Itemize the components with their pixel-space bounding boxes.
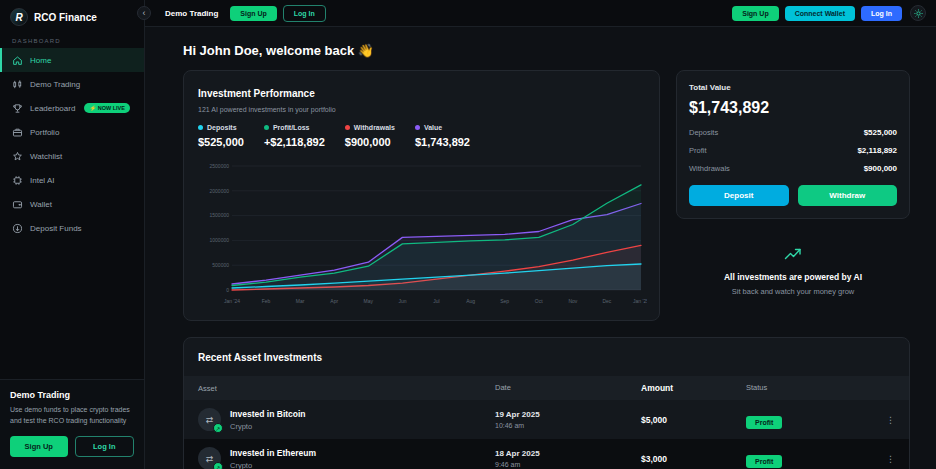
promo-title: Demo Trading (10, 390, 134, 400)
promo-signup-button[interactable]: Sign Up (10, 436, 68, 457)
total-value-row-withdrawals: Withdrawals$900,000 (689, 164, 897, 173)
legend-dot (345, 125, 350, 130)
promo-login-button[interactable]: Log In (75, 436, 135, 457)
table-row[interactable]: ⇄↗Invested in EthereumCrypto18 Apr 20259… (184, 439, 909, 469)
header-left-signup-button[interactable]: Sign Up (230, 6, 276, 21)
demo-trading-promo: Demo Trading Use demo funds to place cry… (0, 379, 144, 469)
performance-title: Investment Performance (198, 88, 315, 99)
ai-note-title: All investments are powered by AI (676, 272, 910, 282)
invest-time: 10:46 am (495, 422, 641, 429)
invest-date: 19 Apr 2025 (495, 410, 641, 419)
trophy-icon (12, 103, 23, 114)
connect-wallet-button[interactable]: Connect Wallet (785, 6, 855, 21)
legend-item-value: Value$1,743,892 (415, 124, 470, 148)
sidebar-item-demo-trading[interactable]: Demo Trading (0, 72, 144, 96)
app-root: R RCO Finance DASHBOARD HomeDemo Trading… (0, 0, 936, 469)
asset-type: Crypto (230, 422, 306, 431)
header-login-button[interactable]: Log In (861, 6, 902, 21)
sidebar-item-deposit-funds[interactable]: Deposit Funds (0, 216, 144, 240)
date-cell: 18 Apr 20259:46 am (495, 449, 641, 468)
promo-description: Use demo funds to place crypto trades an… (10, 405, 134, 427)
status-badge: Profit (746, 416, 782, 429)
row-menu-button[interactable]: ⋮ (873, 415, 895, 425)
sidebar-item-leaderboard[interactable]: Leaderboard⚡ NOW LIVE (0, 96, 144, 120)
chart-legend: Deposits$525,000Profit/Loss+$2,118,892Wi… (198, 124, 645, 148)
tv-row-label: Withdrawals (689, 164, 730, 173)
tv-row-label: Deposits (689, 128, 718, 137)
legend-label: Deposits (207, 124, 237, 131)
sidebar-item-label: Portfolio (30, 128, 59, 137)
sidebar-item-watchlist[interactable]: Watchlist (0, 144, 144, 168)
withdraw-button[interactable]: Withdraw (798, 185, 898, 206)
svg-text:Mar: Mar (296, 298, 305, 304)
header-signup-button[interactable]: Sign Up (732, 6, 778, 21)
svg-text:Jun: Jun (398, 298, 406, 304)
header-left-login-button[interactable]: Log In (283, 5, 326, 22)
sidebar-item-intel-ai[interactable]: Intel AI (0, 168, 144, 192)
column-header-date: Date (495, 383, 641, 393)
asset-cell: ⇄↗Invested in EthereumCrypto (198, 447, 495, 469)
performance-subtitle: 121 AI powered investments in your portf… (198, 106, 645, 113)
total-value-row-deposits: Deposits$525,000 (689, 128, 897, 137)
invest-date: 18 Apr 2025 (495, 449, 641, 458)
asset-name: Invested in Ethereum (230, 448, 316, 458)
legend-value: $900,000 (345, 136, 395, 148)
invest-time: 9:46 am (495, 461, 641, 468)
asset-icon: ⇄↗ (198, 408, 221, 431)
top-header: ‹ Demo Trading Sign Up Log In Sign Up Co… (145, 0, 936, 27)
chip-icon (12, 175, 23, 186)
sidebar-item-label: Wallet (30, 200, 52, 209)
column-header-amount: Amount (641, 383, 746, 393)
total-value-row-profit: Profit$2,118,892 (689, 146, 897, 155)
sidebar-item-home[interactable]: Home (0, 48, 144, 72)
total-value-rows: Deposits$525,000Profit$2,118,892Withdraw… (689, 128, 897, 173)
trending-up-icon (784, 247, 802, 261)
column-header-menu (873, 383, 895, 393)
recent-investments-card: Recent Asset Investments AssetDateAmount… (183, 337, 910, 469)
svg-text:Jan '25: Jan '25 (633, 298, 647, 304)
legend-dot (264, 125, 269, 130)
buy-badge-icon: ↗ (213, 462, 223, 469)
tv-row-label: Profit (689, 146, 707, 155)
page-content: Hi John Doe, welcome back 👋 Investment P… (145, 27, 936, 469)
sidebar-item-label: Demo Trading (30, 80, 80, 89)
legend-label: Profit/Loss (273, 124, 310, 131)
svg-text:1500000: 1500000 (210, 212, 230, 218)
total-value-buttons: Deposit Withdraw (689, 185, 897, 206)
performance-chart: 05000001000000150000020000002500000Jan '… (198, 158, 645, 308)
deposit-button[interactable]: Deposit (689, 185, 789, 206)
svg-text:Feb: Feb (262, 298, 271, 304)
sidebar-item-label: Home (30, 56, 51, 65)
column-header-status: Status (746, 383, 873, 393)
row-menu-button[interactable]: ⋮ (873, 454, 895, 464)
sidebar-menu: HomeDemo TradingLeaderboard⚡ NOW LIVEPor… (0, 48, 144, 240)
top-row: Investment Performance 121 AI powered in… (183, 70, 910, 321)
legend-item-deposits: Deposits$525,000 (198, 124, 244, 148)
table-header: AssetDateAmountStatus (184, 376, 909, 400)
status-cell: Profit (746, 411, 873, 429)
asset-type: Crypto (230, 461, 316, 469)
investment-performance-card: Investment Performance 121 AI powered in… (183, 70, 660, 321)
status-badge: Profit (746, 455, 782, 468)
sidebar-item-portfolio[interactable]: Portfolio (0, 120, 144, 144)
sidebar: R RCO Finance DASHBOARD HomeDemo Trading… (0, 0, 145, 469)
legend-value: $1,743,892 (415, 136, 470, 148)
svg-text:0: 0 (226, 287, 229, 293)
total-value-label: Total Value (689, 83, 897, 92)
legend-item-profit-loss: Profit/Loss+$2,118,892 (264, 124, 325, 148)
svg-text:2500000: 2500000 (210, 163, 230, 169)
svg-text:Sep: Sep (500, 298, 509, 304)
svg-text:Jan '24: Jan '24 (224, 298, 240, 304)
theme-toggle-button[interactable] (910, 5, 926, 21)
sidebar-item-label: Deposit Funds (30, 224, 82, 233)
table-row[interactable]: ⇄↗Invested in BitcoinCrypto19 Apr 202510… (184, 400, 909, 439)
sidebar-collapse-button[interactable]: ‹ (137, 6, 151, 20)
svg-text:500000: 500000 (212, 262, 229, 268)
amount-cell: $5,000 (641, 415, 746, 425)
sidebar-item-label: Leaderboard (30, 104, 75, 113)
ai-note: All investments are powered by AI Sit ba… (676, 247, 910, 296)
logo-icon: R (10, 8, 28, 26)
ai-note-subtitle: Sit back and watch your money grow (676, 287, 910, 296)
logo[interactable]: R RCO Finance (0, 0, 144, 32)
sidebar-item-wallet[interactable]: Wallet (0, 192, 144, 216)
